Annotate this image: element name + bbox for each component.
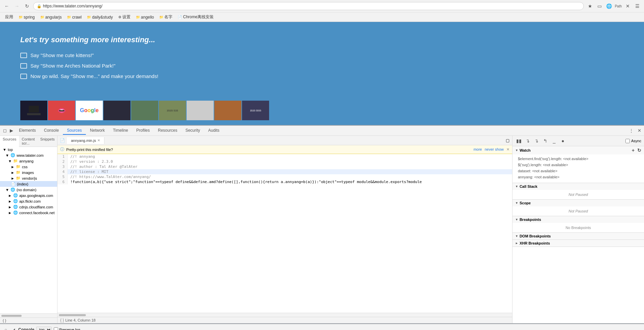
tree-item-annyang[interactable]: ▼ 📁 annyang <box>0 158 57 164</box>
tab-console[interactable]: Console <box>40 127 63 135</box>
tree-item-flickr[interactable]: ► 🌐 api.flickr.com <box>0 198 57 204</box>
tab-audits[interactable]: Audits <box>204 127 223 135</box>
refresh-watch-button[interactable]: ↻ <box>637 148 641 153</box>
website-heading: Let's try something more interesting... <box>20 35 624 44</box>
sidebar-tab-content[interactable]: Content scr... <box>19 136 38 147</box>
devtools: ◻ ▶ Elements Console Sources Network Tim… <box>0 125 644 323</box>
step-over-button[interactable]: ↴ <box>524 137 531 145</box>
bookmark-apps[interactable]: ​ 应用 <box>3 14 15 21</box>
tab-network[interactable]: Network <box>86 127 109 135</box>
add-watch-button[interactable]: + <box>632 148 635 153</box>
bookmark-settings[interactable]: ⚙ 设置 <box>117 14 132 21</box>
deactivate-button[interactable]: ⎯ <box>550 137 558 145</box>
devtools-close-icon[interactable]: ✕ <box>636 127 643 134</box>
scope-header[interactable]: ▼ Scope <box>512 200 644 206</box>
bookmark-star-icon[interactable]: ★ <box>586 2 594 10</box>
call-stack-header[interactable]: ▼ Call Stack <box>512 183 644 190</box>
page-icon: 📄 <box>178 15 182 19</box>
tree-label: annyang <box>19 159 33 163</box>
cast-icon[interactable]: ▭ <box>595 2 603 10</box>
back-button[interactable]: ← <box>3 2 11 10</box>
sources-sidebar-tabs: Sources Content scr... Snippets › <box>0 136 57 147</box>
collapse-arrow-icon: ▼ <box>8 159 12 163</box>
code-tab-close[interactable]: ✕ <box>97 138 100 142</box>
step-out-button[interactable]: ↰ <box>542 137 549 145</box>
bookmark-chrome-offline[interactable]: 📄 Chrome离线安装 <box>176 14 215 21</box>
tab-sources[interactable]: Sources <box>63 127 86 135</box>
scrollbar-thumb <box>1 315 22 317</box>
devtools-right-icons: ⋮ ✕ <box>628 127 643 134</box>
filter-area: top Preserve log <box>36 327 641 330</box>
bookmark-angello[interactable]: 📁 angello <box>135 14 156 20</box>
line-number: 6 <box>57 179 68 184</box>
globe-icon: 🌐 <box>13 210 18 215</box>
tree-item-images[interactable]: ► 📁 images <box>0 170 57 175</box>
reload-button[interactable]: ↻ <box>23 2 31 10</box>
console-filter-icon[interactable]: ◢ <box>10 327 16 330</box>
image-thumbnail-9: 3535 5555 <box>242 101 269 120</box>
tree-item-css[interactable]: ► 📁 css <box>0 164 57 170</box>
bookmark-spring[interactable]: 📁 spring <box>17 14 36 20</box>
folder-icon: 📁 <box>13 159 18 163</box>
devtools-inspect-icon[interactable]: ▶ <box>8 127 15 134</box>
tree-item-index[interactable]: 📄 (index) <box>0 181 57 187</box>
xhr-breakpoints-section: ► XHR Breakpoints <box>512 240 644 247</box>
profile-icon[interactable]: 🌐 <box>605 2 613 10</box>
tree-item-facebook[interactable]: ► 🌐 connect.facebook.net <box>0 210 57 215</box>
sidebar-tab-sources[interactable]: Sources <box>0 136 19 147</box>
tab-resources[interactable]: Resources <box>154 127 181 135</box>
tree-item-googleapis[interactable]: ► 🌐 ajax.googleapis.com <box>0 193 57 198</box>
close-icon[interactable]: ✕ <box>624 2 632 10</box>
devtools-more-icon[interactable]: ⋮ <box>628 127 635 134</box>
forward-button[interactable]: → <box>13 2 21 10</box>
image-thumbnail-7 <box>187 101 214 120</box>
preserve-log-checkbox[interactable] <box>54 327 58 330</box>
bookmark-angularjs[interactable]: 📁 angularjs <box>39 14 63 20</box>
collapse-arrow-icon: ► <box>515 242 518 245</box>
path-icon[interactable]: Path <box>614 2 622 10</box>
pp-close-icon[interactable]: ✕ <box>506 147 509 152</box>
pause-button[interactable]: ▮▮ <box>515 137 523 145</box>
address-bar[interactable]: 🔒 https://www.talater.com/annyang/ <box>33 2 584 10</box>
tab-elements[interactable]: Elements <box>15 127 40 135</box>
dom-breakpoints-header[interactable]: ▼ DOM Breakpoints <box>512 233 644 239</box>
bookmark-crawl[interactable]: 📁 crawl <box>66 14 83 20</box>
console-title: Console <box>18 327 34 330</box>
pp-never-link[interactable]: never show <box>485 147 504 152</box>
console-level-filter[interactable]: top <box>36 327 52 330</box>
devtools-toggle-left[interactable]: ◻ <box>1 127 8 134</box>
tab-timeline[interactable]: Timeline <box>109 127 132 135</box>
breakpoints-header[interactable]: ▼ Breakpoints <box>512 216 644 223</box>
async-checkbox[interactable] <box>625 139 630 143</box>
sidebar-tab-snippets[interactable]: Snippets <box>38 136 57 147</box>
collapse-arrow-icon: ▼ <box>515 201 518 205</box>
pause-exceptions-button[interactable]: ● <box>559 137 567 145</box>
tab-security[interactable]: Security <box>181 127 204 135</box>
line-number: 2 <box>57 159 68 164</box>
menu-icon[interactable]: ☰ <box>633 2 641 10</box>
bookmark-name[interactable]: 📁 名字 <box>158 14 174 21</box>
xhr-breakpoints-header[interactable]: ► XHR Breakpoints <box>512 240 644 247</box>
format-toggle-icon[interactable]: ▢ <box>503 138 512 143</box>
folder-icon: 📁 <box>67 15 71 19</box>
format-icon: { } <box>60 318 64 323</box>
tree-item-talater[interactable]: ▼ 🌐 www.talater.com <box>0 152 57 158</box>
code-horizontal-scrollbar[interactable] <box>57 313 512 317</box>
tree-item-vendorjs[interactable]: ► 📁 vendor/js <box>0 175 57 181</box>
tree-item-no-domain[interactable]: ▼ 🌐 (no domain) <box>0 187 57 193</box>
code-tab-annyang[interactable]: annyang.min.js ✕ <box>67 137 104 144</box>
tree-item-top[interactable]: ▼ top <box>0 147 57 152</box>
sidebar-scrollbar <box>0 313 57 318</box>
line-text: //! author : Tal Ater @TalAter <box>68 164 138 169</box>
no-breakpoints-msg: No Breakpoints <box>512 223 644 232</box>
call-stack-label: Call Stack <box>520 184 538 188</box>
bookmark-daily-study[interactable]: 📁 daily&study <box>86 14 114 20</box>
watch-section-header[interactable]: ▼ Watch + ↻ <box>512 146 644 154</box>
tab-profiles[interactable]: Profiles <box>132 127 154 135</box>
line-number: 4 <box>57 169 68 174</box>
tree-item-cloudflare[interactable]: ► 🌐 cdnjs.cloudflare.com <box>0 204 57 210</box>
collapse-arrow-icon: ▼ <box>515 234 518 238</box>
step-into-button[interactable]: ↴ <box>533 137 540 145</box>
console-clear-icon[interactable]: ○ <box>3 327 9 330</box>
pp-more-link[interactable]: more <box>474 147 482 152</box>
